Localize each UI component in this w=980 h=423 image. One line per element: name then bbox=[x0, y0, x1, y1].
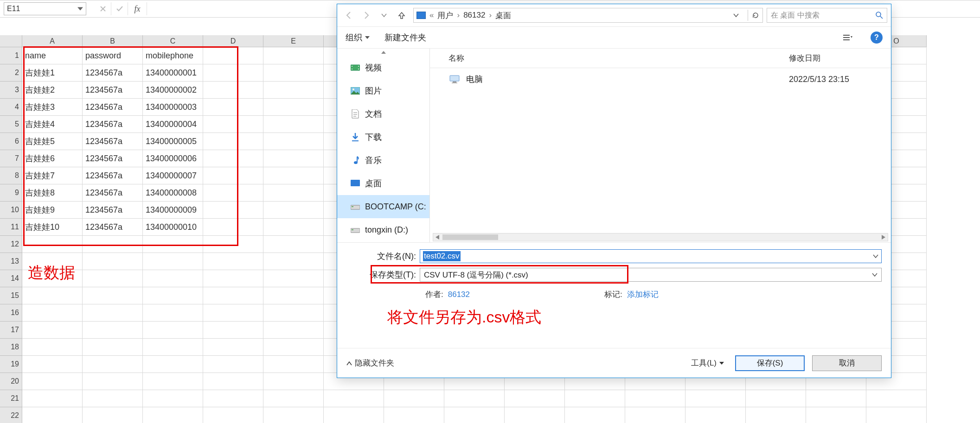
cell[interactable] bbox=[505, 407, 565, 423]
cell[interactable] bbox=[203, 253, 263, 270]
cell[interactable] bbox=[203, 47, 263, 64]
cell[interactable] bbox=[263, 219, 324, 236]
chevron-down-icon[interactable] bbox=[730, 10, 742, 21]
cell[interactable] bbox=[565, 407, 625, 423]
cell[interactable] bbox=[203, 270, 263, 287]
cell[interactable] bbox=[143, 407, 203, 423]
cell[interactable] bbox=[83, 253, 143, 270]
cell[interactable] bbox=[746, 407, 806, 423]
cell[interactable] bbox=[143, 390, 203, 407]
cell[interactable] bbox=[83, 236, 143, 253]
cell[interactable] bbox=[203, 407, 263, 423]
save-button[interactable]: 保存(S) bbox=[735, 355, 805, 371]
view-options-icon[interactable] bbox=[840, 30, 856, 45]
cell[interactable] bbox=[203, 339, 263, 356]
cell[interactable] bbox=[203, 150, 263, 167]
row-header[interactable]: 6 bbox=[0, 133, 22, 150]
cell[interactable]: 13400000008 bbox=[143, 184, 203, 202]
search-icon[interactable] bbox=[876, 12, 883, 19]
column-header[interactable]: C bbox=[143, 35, 203, 47]
cell[interactable] bbox=[263, 356, 324, 373]
cell[interactable] bbox=[143, 270, 203, 287]
address-bar[interactable]: « 用户 › 86132 › 桌面 bbox=[413, 8, 763, 23]
row-header[interactable]: 19 bbox=[0, 356, 22, 373]
cell[interactable]: 吉娃娃9 bbox=[22, 202, 83, 219]
cell[interactable]: 13400000002 bbox=[143, 82, 203, 99]
cell[interactable]: 1234567a bbox=[83, 64, 143, 82]
cell[interactable] bbox=[203, 390, 263, 407]
chevron-down-icon[interactable] bbox=[873, 254, 878, 258]
cell[interactable] bbox=[22, 407, 83, 423]
cell[interactable] bbox=[263, 236, 324, 253]
cell[interactable] bbox=[22, 304, 83, 322]
cell[interactable]: 1234567a bbox=[83, 150, 143, 167]
up-icon[interactable] bbox=[394, 7, 410, 23]
cell[interactable] bbox=[263, 304, 324, 322]
cell[interactable]: 吉娃娃5 bbox=[22, 133, 83, 150]
column-header[interactable]: A bbox=[22, 35, 83, 47]
recent-locations-chevron-icon[interactable] bbox=[376, 7, 392, 23]
cell[interactable] bbox=[324, 407, 384, 423]
cell[interactable] bbox=[444, 407, 505, 423]
cell[interactable] bbox=[263, 150, 324, 167]
cell[interactable] bbox=[203, 133, 263, 150]
cell[interactable] bbox=[625, 390, 685, 407]
save-type-select[interactable]: CSV UTF-8 (逗号分隔) (*.csv) bbox=[420, 268, 882, 282]
tools-button[interactable]: 工具(L) bbox=[687, 356, 728, 370]
tree-item[interactable]: 桌面 bbox=[337, 172, 429, 195]
tree-item[interactable]: 音乐 bbox=[337, 149, 429, 172]
filename-field[interactable]: test02.csv bbox=[420, 249, 882, 263]
cell[interactable] bbox=[83, 270, 143, 287]
cell[interactable] bbox=[263, 116, 324, 133]
row-header[interactable]: 9 bbox=[0, 184, 22, 202]
breadcrumb-item[interactable]: 86132 bbox=[463, 11, 485, 20]
cell[interactable] bbox=[143, 373, 203, 390]
cell[interactable] bbox=[143, 356, 203, 373]
cell[interactable] bbox=[22, 339, 83, 356]
cell[interactable]: 吉娃娃2 bbox=[22, 82, 83, 99]
cell[interactable] bbox=[384, 407, 444, 423]
cell[interactable] bbox=[263, 64, 324, 82]
cell[interactable]: 吉娃娃10 bbox=[22, 219, 83, 236]
tree-item[interactable]: 文档 bbox=[337, 102, 429, 126]
cell[interactable] bbox=[203, 99, 263, 116]
cell[interactable]: 13400000009 bbox=[143, 202, 203, 219]
cell[interactable]: 1234567a bbox=[83, 82, 143, 99]
row-header[interactable]: 15 bbox=[0, 287, 22, 304]
cell[interactable] bbox=[746, 390, 806, 407]
cell[interactable]: 吉娃娃4 bbox=[22, 116, 83, 133]
cell[interactable] bbox=[263, 407, 324, 423]
fx-icon[interactable]: fx bbox=[128, 4, 147, 14]
row-header[interactable]: 3 bbox=[0, 82, 22, 99]
name-box[interactable]: E11 bbox=[4, 2, 86, 15]
tag-value[interactable]: 添加标记 bbox=[627, 289, 659, 300]
cell[interactable] bbox=[565, 390, 625, 407]
row-header[interactable]: 8 bbox=[0, 167, 22, 184]
cell[interactable]: 13400000001 bbox=[143, 64, 203, 82]
cell[interactable] bbox=[203, 184, 263, 202]
list-header[interactable]: 名称 修改日期 bbox=[430, 49, 891, 68]
row-header[interactable]: 10 bbox=[0, 202, 22, 219]
row-header[interactable]: 17 bbox=[0, 322, 22, 339]
organize-button[interactable]: 组织 bbox=[346, 32, 370, 43]
cell[interactable]: 1234567a bbox=[83, 167, 143, 184]
cell[interactable] bbox=[203, 219, 263, 236]
cell[interactable]: 13400000005 bbox=[143, 133, 203, 150]
cell[interactable]: 1234567a bbox=[83, 184, 143, 202]
column-header[interactable]: D bbox=[203, 35, 263, 47]
scroll-right-icon[interactable] bbox=[879, 234, 888, 241]
cell[interactable]: 13400000006 bbox=[143, 150, 203, 167]
cell[interactable] bbox=[22, 287, 83, 304]
row-header[interactable]: 22 bbox=[0, 407, 22, 423]
cell[interactable] bbox=[143, 287, 203, 304]
cell[interactable] bbox=[143, 253, 203, 270]
cell[interactable] bbox=[866, 407, 927, 423]
cell[interactable] bbox=[143, 339, 203, 356]
scroll-up-icon[interactable] bbox=[337, 49, 429, 56]
cell[interactable] bbox=[866, 390, 927, 407]
cell[interactable] bbox=[263, 202, 324, 219]
cell[interactable] bbox=[203, 287, 263, 304]
cell[interactable] bbox=[203, 82, 263, 99]
cell[interactable] bbox=[203, 236, 263, 253]
tree-item[interactable]: BOOTCAMP (C: bbox=[337, 195, 429, 218]
